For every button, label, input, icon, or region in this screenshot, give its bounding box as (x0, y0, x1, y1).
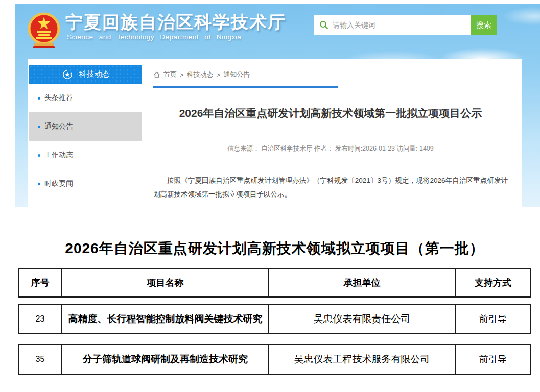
search-box (314, 15, 471, 35)
sidebar-item-label: 工作动态 (44, 151, 73, 160)
col-header-seq: 序号 (19, 270, 62, 296)
row-project: 分子筛轨道球阀研制及再制造技术研究 (62, 345, 269, 374)
search-bar: 搜索 (314, 15, 497, 35)
article-paragraph: 按照《宁夏回族自治区重点研发计划管理办法》（宁科规发〔2021〕3号）规定，现将… (153, 174, 508, 201)
national-emblem-logo (28, 10, 60, 52)
search-input[interactable] (333, 21, 466, 29)
col-header-support: 支持方式 (456, 270, 530, 296)
breadcrumb-divider (153, 86, 508, 87)
document-title: 2026年自治区重点研发计划高新技术领域拟立项项目（第一批） (18, 239, 531, 258)
site-title: 宁夏回族自治区科学技术厅 (65, 11, 286, 34)
table-row: 35 分子筛轨道球阀研制及再制造技术研究 吴忠仪表工程技术服务有限公司 前引导 (18, 344, 531, 375)
article-area: 首页 > 科技动态 > 通知公告 2026年自治区重点研发计划高新技术领域第一批… (153, 59, 508, 201)
sidebar-item-label: 通知公告 (44, 122, 73, 131)
col-header-project: 项目名称 (62, 270, 269, 296)
row-project: 高精度、长行程智能控制放料阀关键技术研究 (62, 305, 269, 333)
breadcrumb-separator: > (180, 71, 184, 79)
search-icon (319, 20, 328, 30)
row-support: 前引导 (456, 345, 530, 374)
sidebar-header-label: 科技动态 (79, 69, 110, 79)
breadcrumb-separator: > (217, 71, 221, 79)
sidebar-item-notices[interactable]: 通知公告 (29, 112, 142, 141)
row-seq: 35 (19, 345, 62, 374)
page: 宁夏回族自治区科学技术厅 Science and Technology Depa… (0, 0, 540, 392)
sidebar: 科技动态 头条推荐 通知公告 工作动态 时政要闻 (29, 65, 142, 198)
search-button[interactable]: 搜索 (471, 15, 497, 35)
sidebar-item-label: 头条推荐 (44, 93, 73, 103)
site-subtitle: Science and Technology Department of Nin… (67, 33, 241, 41)
website-screenshot: 宁夏回族自治区科学技术厅 Science and Technology Depa… (15, 4, 540, 207)
bullet-dot-icon (38, 126, 40, 128)
row-unit: 吴忠仪表工程技术服务有限公司 (269, 345, 456, 374)
sidebar-item-work-news[interactable]: 工作动态 (29, 141, 142, 169)
content-card: 科技动态 头条推荐 通知公告 工作动态 时政要闻 (28, 59, 522, 207)
bullet-dot-icon (38, 97, 40, 100)
breadcrumb-current[interactable]: 通知公告 (223, 70, 250, 79)
sidebar-item-label: 时政要闻 (44, 179, 73, 188)
sidebar-item-politics[interactable]: 时政要闻 (29, 169, 142, 198)
table-header-row: 序号 项目名称 承担单位 支持方式 (18, 268, 531, 298)
row-unit: 吴忠仪表有限责任公司 (269, 305, 456, 333)
article-meta: 信息来源： 自治区科学技术厅 作者： 发布时间:2026-01-23 访问量: … (153, 144, 508, 153)
bullet-dot-icon (38, 154, 40, 157)
breadcrumb-section[interactable]: 科技动态 (187, 70, 214, 79)
sidebar-header: 科技动态 (29, 65, 142, 84)
bullet-dot-icon (38, 183, 40, 185)
home-icon (153, 71, 160, 78)
col-header-unit: 承担单位 (269, 270, 456, 296)
site-header: 宁夏回族自治区科学技术厅 Science and Technology Depa… (15, 4, 540, 59)
sidebar-item-headlines[interactable]: 头条推荐 (29, 84, 142, 112)
row-seq: 23 (19, 305, 62, 333)
article-title: 2026年自治区重点研发计划高新技术领域第一批拟立项项目公示 (153, 106, 508, 120)
document-table-section: 2026年自治区重点研发计划高新技术领域拟立项项目（第一批） 序号 项目名称 承… (18, 239, 531, 375)
table-row: 23 高精度、长行程智能控制放料阀关键技术研究 吴忠仪表有限责任公司 前引导 (18, 304, 531, 334)
star-refresh-icon (62, 69, 73, 80)
breadcrumb-home[interactable]: 首页 (163, 70, 177, 79)
row-support: 前引导 (456, 305, 530, 333)
breadcrumb: 首页 > 科技动态 > 通知公告 (153, 59, 508, 79)
